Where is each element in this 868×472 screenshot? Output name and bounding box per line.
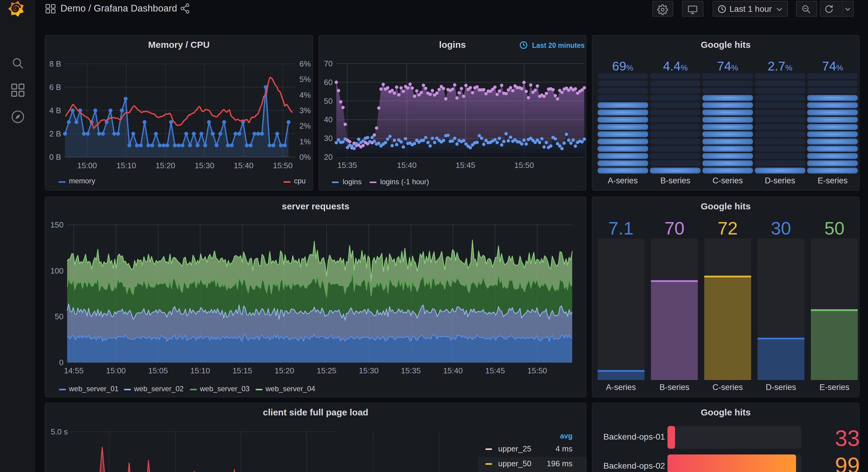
svg-text:15:50: 15:50 — [273, 161, 292, 170]
svg-text:6%: 6% — [300, 59, 311, 68]
svg-text:15:00: 15:00 — [106, 366, 126, 375]
svg-text:5.0 s: 5.0 s — [51, 427, 68, 436]
svg-text:E-series: E-series — [819, 383, 849, 392]
svg-text:logins (-1 hour): logins (-1 hour) — [380, 178, 429, 186]
svg-text:150: 150 — [51, 220, 63, 229]
svg-text:D-series: D-series — [766, 383, 796, 392]
svg-text:web_server_02: web_server_02 — [134, 385, 184, 393]
svg-text:0 B: 0 B — [49, 152, 61, 161]
svg-text:avg: avg — [560, 432, 572, 440]
svg-text:15:30: 15:30 — [359, 366, 379, 375]
svg-text:15:15: 15:15 — [232, 366, 252, 375]
svg-text:4%: 4% — [300, 90, 311, 99]
svg-text:50: 50 — [825, 218, 845, 238]
svg-text:15:40: 15:40 — [443, 366, 463, 375]
svg-text:4 B: 4 B — [49, 106, 61, 115]
svg-text:cpu: cpu — [294, 177, 306, 185]
svg-text:15:40: 15:40 — [397, 161, 416, 170]
svg-text:web_server_04: web_server_04 — [265, 385, 315, 393]
svg-text:50: 50 — [55, 312, 63, 321]
svg-text:1%: 1% — [300, 137, 311, 146]
svg-text:upper_25: upper_25 — [498, 444, 531, 453]
svg-text:70: 70 — [324, 59, 333, 68]
svg-text:15:45: 15:45 — [485, 366, 505, 375]
svg-text:69%: 69% — [612, 59, 633, 73]
svg-text:15:35: 15:35 — [337, 161, 357, 170]
svg-text:6 B: 6 B — [49, 83, 61, 92]
svg-text:C-series: C-series — [713, 383, 743, 392]
svg-text:15:10: 15:10 — [190, 366, 210, 375]
svg-text:15:00: 15:00 — [77, 161, 97, 170]
svg-text:4.4%: 4.4% — [663, 59, 688, 73]
svg-text:2 B: 2 B — [49, 129, 61, 138]
svg-text:15:20: 15:20 — [275, 366, 294, 375]
svg-text:2.7%: 2.7% — [768, 59, 793, 73]
svg-text:logins: logins — [343, 178, 362, 186]
svg-text:100: 100 — [51, 266, 63, 275]
svg-text:72: 72 — [718, 218, 738, 238]
svg-text:8 B: 8 B — [49, 59, 61, 68]
svg-text:14:55: 14:55 — [64, 366, 84, 375]
svg-text:15:25: 15:25 — [317, 366, 336, 375]
svg-text:15:35: 15:35 — [401, 366, 421, 375]
svg-text:web_server_01: web_server_01 — [69, 385, 119, 393]
svg-text:4 ms: 4 ms — [556, 444, 572, 453]
svg-text:D-series: D-series — [765, 176, 796, 185]
svg-text:74%: 74% — [717, 59, 738, 73]
svg-text:upper_50: upper_50 — [498, 459, 531, 468]
svg-text:40: 40 — [324, 115, 333, 124]
svg-text:A-series: A-series — [606, 383, 636, 392]
svg-text:99: 99 — [835, 453, 860, 472]
svg-text:70: 70 — [664, 218, 685, 238]
svg-text:30: 30 — [771, 218, 791, 238]
svg-text:50: 50 — [324, 96, 333, 106]
svg-text:5%: 5% — [300, 75, 311, 84]
svg-text:15:50: 15:50 — [527, 366, 547, 375]
svg-text:15:40: 15:40 — [234, 161, 253, 170]
svg-text:memory: memory — [69, 177, 95, 185]
svg-text:Backend-ops-01: Backend-ops-01 — [603, 432, 665, 441]
svg-text:15:45: 15:45 — [456, 161, 475, 170]
svg-text:20: 20 — [324, 152, 333, 161]
svg-text:15:10: 15:10 — [117, 161, 136, 170]
svg-text:A-series: A-series — [608, 176, 638, 185]
svg-text:B-series: B-series — [660, 176, 690, 185]
svg-text:Last 20 minutes: Last 20 minutes — [532, 41, 585, 49]
svg-text:2%: 2% — [300, 121, 311, 130]
svg-text:Backend-ops-02: Backend-ops-02 — [603, 461, 665, 471]
svg-text:74%: 74% — [822, 59, 843, 73]
svg-text:60: 60 — [324, 78, 333, 87]
svg-text:15:20: 15:20 — [155, 161, 175, 170]
svg-text:15:05: 15:05 — [148, 366, 168, 375]
svg-text:0%: 0% — [300, 152, 311, 161]
svg-text:E-series: E-series — [817, 176, 847, 185]
svg-text:7.1: 7.1 — [608, 218, 633, 238]
svg-text:C-series: C-series — [713, 176, 743, 185]
svg-text:30: 30 — [324, 134, 333, 143]
svg-text:196 ms: 196 ms — [547, 459, 572, 468]
svg-text:B-series: B-series — [659, 383, 689, 392]
svg-text:15:30: 15:30 — [195, 161, 214, 170]
svg-text:15:50: 15:50 — [514, 161, 534, 170]
svg-text:3%: 3% — [300, 106, 311, 115]
svg-text:web_server_03: web_server_03 — [199, 385, 249, 393]
svg-text:33: 33 — [835, 426, 860, 451]
svg-text:0: 0 — [59, 358, 63, 367]
